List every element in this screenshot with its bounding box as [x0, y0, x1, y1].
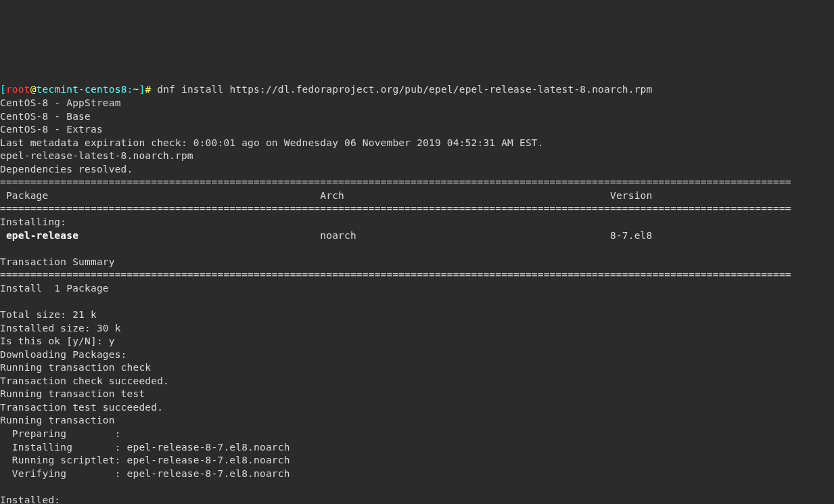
- step-line: Running transaction: [0, 415, 115, 426]
- prompt-hash: #: [145, 84, 151, 95]
- hr-line: ========================================…: [0, 203, 791, 214]
- installing-label: Installing:: [0, 216, 66, 227]
- step-line: Running transaction test: [0, 388, 145, 399]
- action-installing: Installing : epel-release-8-7.el8.noarch: [0, 442, 290, 453]
- pkg-name: epel-release: [0, 230, 78, 241]
- terminal[interactable]: [root@tecmint-centos8:~]# dnf install ht…: [0, 66, 834, 504]
- confirm-line: Is this ok [y/N]: y: [0, 336, 115, 346]
- repo-line: CentOS-8 - AppStream: [0, 97, 121, 108]
- action-scriptlet: Running scriptlet: epel-release-8-7.el8.…: [0, 455, 290, 465]
- prompt-lbracket: [: [0, 84, 6, 95]
- prompt-user: root: [6, 84, 30, 95]
- metadata-check-line: Last metadata expiration check: 0:00:01 …: [0, 137, 544, 148]
- step-line: Transaction check succeeded.: [0, 375, 169, 386]
- table-header-row: Package Arch Version: [0, 190, 652, 201]
- hr-line: ========================================…: [0, 177, 791, 187]
- total-size-line: Total size: 21 k: [0, 309, 97, 320]
- deps-resolved-line: Dependencies resolved.: [0, 164, 133, 175]
- pkg-arch: noarch: [320, 230, 356, 241]
- pkg-version: 8-7.el8: [610, 230, 653, 241]
- prompt-line-1[interactable]: [root@tecmint-centos8:~]# dnf install ht…: [0, 84, 652, 95]
- hr-line: ========================================…: [0, 269, 791, 280]
- col-version: Version: [610, 190, 653, 201]
- prompt-sep: :: [127, 84, 133, 95]
- installed-size-line: Installed size: 30 k: [0, 323, 121, 334]
- installed-label: Installed:: [0, 495, 60, 504]
- action-verifying: Verifying : epel-release-8-7.el8.noarch: [0, 468, 290, 479]
- txn-summary-label: Transaction Summary: [0, 256, 115, 267]
- col-arch: Arch: [320, 190, 344, 201]
- col-package: Package: [0, 190, 48, 201]
- step-line: Transaction test succeeded.: [0, 402, 163, 413]
- prompt-host: tecmint-centos8: [37, 84, 127, 95]
- repo-line: CentOS-8 - Base: [0, 111, 91, 122]
- package-row: epel-release noarch 8-7.el8: [0, 230, 652, 241]
- rpm-name-line: epel-release-latest-8.noarch.rpm: [0, 150, 193, 161]
- install-count-line: Install 1 Package: [0, 283, 109, 294]
- prompt-at: @: [30, 84, 37, 95]
- repo-line: CentOS-8 - Extras: [0, 124, 103, 135]
- downloading-line: Downloading Packages:: [0, 349, 127, 360]
- typed-command: dnf install https://dl.fedoraproject.org…: [151, 84, 652, 95]
- step-line: Running transaction check: [0, 362, 151, 373]
- action-preparing: Preparing :: [0, 428, 121, 439]
